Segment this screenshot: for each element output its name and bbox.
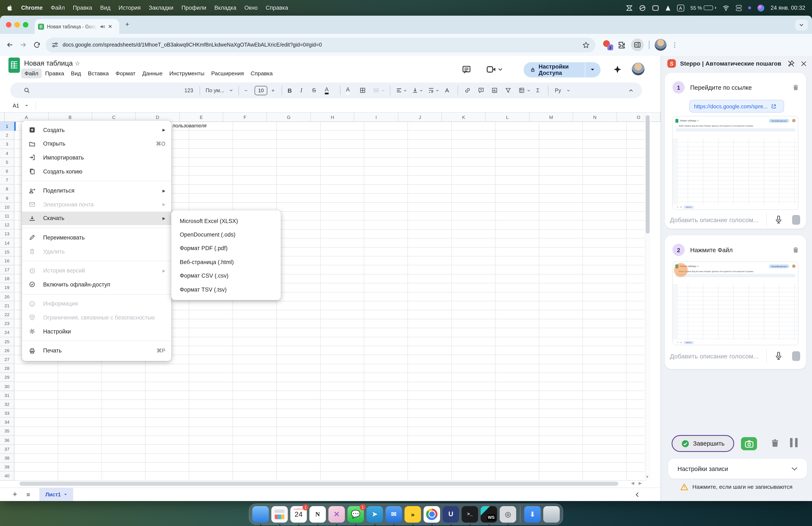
horizontal-align-button[interactable] (396, 83, 402, 98)
warning-row[interactable]: Нажмите, если шаги не записываются (661, 483, 812, 491)
row-header-26[interactable]: 26 (0, 346, 14, 355)
row-header-38[interactable]: 38 (0, 454, 14, 463)
menubar-item-профили[interactable]: Профили (182, 5, 206, 11)
dock-terminal-icon[interactable]: >_ (462, 506, 478, 522)
tab-list-button[interactable] (795, 19, 808, 30)
share-button[interactable]: Настройки Доступа (524, 62, 600, 77)
create-filter-button[interactable] (505, 83, 511, 98)
file-menu-item[interactable]: Настройки (22, 324, 171, 338)
mic-icon[interactable] (774, 351, 783, 360)
row-header-17[interactable]: 17 (0, 265, 14, 274)
mic-icon[interactable] (774, 215, 783, 224)
hide-toolbar-button[interactable] (628, 83, 634, 98)
dock-trash-icon[interactable] (543, 506, 560, 522)
fill-color-button[interactable]: A (346, 83, 350, 98)
step-screenshot[interactable]: Новая таблица ☆Настройки Доступа Файл Пр… (672, 116, 798, 210)
screenshot-button[interactable] (741, 437, 757, 450)
dock-calendar-icon[interactable]: Суббота241 (290, 506, 307, 522)
download-format-item[interactable]: Веб-страница (.html) (171, 255, 281, 269)
menubar-item-окно[interactable]: Окно (244, 5, 258, 11)
text-wrap-button[interactable] (428, 83, 434, 98)
insert-comment-button[interactable] (478, 83, 484, 98)
file-menu-item[interactable]: Импортировать (22, 151, 171, 165)
row-header-20[interactable]: 20 (0, 292, 14, 301)
toolbar-search-icon[interactable] (24, 83, 30, 98)
column-header-L[interactable]: L (486, 113, 530, 122)
download-format-item[interactable]: Формат CSV (.csv) (171, 269, 281, 283)
row-header-4[interactable]: 4 (0, 149, 14, 158)
stop-record-button[interactable] (792, 351, 800, 361)
site-info-icon[interactable] (52, 41, 58, 48)
column-header-D[interactable]: D (136, 113, 180, 122)
row-header-15[interactable]: 15 (0, 247, 14, 256)
window-maximize-button[interactable] (23, 22, 28, 28)
side-panel-button[interactable] (631, 39, 644, 51)
pause-button[interactable] (790, 438, 798, 447)
chevron-down-icon[interactable] (420, 83, 423, 98)
row-header-3[interactable]: 3 (0, 140, 14, 149)
file-menu-item[interactable]: Скачать▶ (22, 211, 171, 225)
control-center-icon[interactable] (736, 5, 742, 11)
row-header-12[interactable]: 12 (0, 221, 14, 229)
row-header-30[interactable]: 30 (0, 382, 14, 391)
delete-step-icon[interactable] (792, 246, 799, 254)
row-header-19[interactable]: 19 (0, 283, 14, 292)
file-menu-item[interactable]: Включить офлайн-доступ (22, 278, 171, 292)
battery-indicator[interactable]: 55 % (691, 5, 716, 11)
row-header-1[interactable]: 1 (0, 122, 14, 131)
window-close-button[interactable] (6, 22, 11, 28)
column-header-B[interactable]: B (48, 113, 92, 122)
column-header-H[interactable]: H (311, 113, 354, 122)
chevron-down-icon[interactable] (567, 83, 570, 98)
dock-downloads-icon[interactable]: ⬇ (524, 506, 541, 522)
delete-step-icon[interactable] (792, 84, 799, 91)
step-link[interactable]: https://docs.google.com/spre... (690, 100, 784, 113)
bookmark-star-icon[interactable] (582, 41, 590, 48)
all-sheets-button[interactable]: ≡ (26, 491, 30, 498)
dock-messages-icon[interactable]: 💬1 (347, 506, 364, 522)
chevron-down-icon[interactable] (436, 83, 439, 98)
vertical-scrollbar-thumb[interactable] (646, 115, 650, 233)
insert-link-button[interactable] (464, 83, 471, 98)
row-header-27[interactable]: 27 (0, 355, 14, 364)
insert-chart-button[interactable] (491, 83, 498, 98)
chevron-down-icon[interactable] (527, 83, 530, 98)
text-rotation-button[interactable] (444, 83, 450, 98)
row-header-33[interactable]: 33 (0, 409, 14, 418)
account-avatar[interactable] (632, 62, 644, 75)
dock-mail-icon[interactable]: ✉ (386, 506, 402, 522)
italic-button[interactable]: I (300, 83, 302, 98)
voice-note-input[interactable]: Добавить описание голосом... (670, 352, 766, 359)
column-header-N[interactable]: N (573, 113, 617, 122)
download-format-item[interactable]: Формат PDF (.pdf) (171, 242, 281, 255)
tab-audio-icon[interactable] (100, 24, 105, 29)
unpin-icon[interactable] (787, 60, 795, 67)
merge-cells-button[interactable] (373, 83, 379, 98)
table-views-button[interactable] (519, 83, 525, 98)
siri-icon[interactable] (757, 4, 764, 11)
row-header-29[interactable]: 29 (0, 373, 14, 382)
file-menu-item[interactable]: Создать▶ (22, 123, 171, 137)
decrease-font-button[interactable]: − (244, 83, 248, 98)
dock-finder-icon[interactable] (252, 506, 269, 522)
chevron-down-icon[interactable] (404, 83, 407, 98)
sheets-menu-вид[interactable]: Вид (68, 69, 84, 78)
sheet-tab[interactable]: Лист1 (40, 488, 73, 501)
window-minimize-button[interactable] (14, 22, 20, 28)
row-header-28[interactable]: 28 (0, 364, 14, 373)
row-header-8[interactable]: 8 (0, 185, 14, 194)
file-menu-item[interactable]: Поделиться▶ (22, 184, 171, 198)
borders-button[interactable] (360, 83, 366, 98)
scroll-left-arrow[interactable]: ◀ (631, 481, 634, 485)
voice-note-input[interactable]: Добавить описание голосом... (670, 216, 766, 223)
menubar-item-правка[interactable]: Правка (73, 5, 92, 11)
vertical-align-button[interactable] (412, 83, 418, 98)
bold-button[interactable]: B (288, 83, 292, 98)
row-header-6[interactable]: 6 (0, 167, 14, 175)
row-header-21[interactable]: 21 (0, 301, 14, 310)
row-header-39[interactable]: 39 (0, 463, 14, 471)
add-sheet-button[interactable]: + (13, 490, 17, 499)
sheets-menu-вставка[interactable]: Вставка (84, 69, 112, 78)
sheets-menu-инструменты[interactable]: Инструменты (166, 69, 208, 78)
chevron-down-icon[interactable] (229, 83, 233, 98)
